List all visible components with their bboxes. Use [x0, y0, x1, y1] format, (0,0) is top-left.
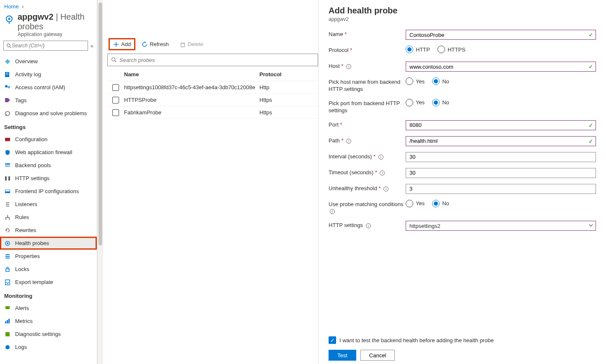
info-icon[interactable]: i [383, 186, 388, 191]
http-settings-select[interactable]: httpsettings2 [406, 221, 596, 231]
svg-marker-11 [5, 98, 10, 102]
nav-alerts[interactable]: Alerts [0, 302, 97, 315]
host-input[interactable] [406, 62, 596, 72]
pick-port-yes-radio[interactable]: Yes [406, 99, 425, 106]
svg-rect-32 [5, 306, 10, 309]
col-protocol[interactable]: Protocol [259, 71, 318, 77]
refresh-button[interactable]: Refresh [138, 39, 172, 49]
properties-icon [4, 253, 11, 260]
info-icon[interactable]: i [380, 170, 385, 176]
nav-configuration[interactable]: Configuration [0, 133, 97, 146]
info-icon[interactable]: i [346, 64, 351, 69]
info-icon[interactable]: i [330, 209, 335, 214]
nav-overview[interactable]: Overview [0, 55, 97, 68]
listeners-icon [4, 201, 11, 208]
row-name: httpsettings1008fd37c-46c5-43ef-ae4a-3db… [124, 84, 259, 90]
nav-activity-log[interactable]: Activity log [0, 68, 97, 81]
check-icon: ✓ [588, 122, 593, 129]
matching-no-radio[interactable]: No [432, 200, 449, 207]
label-matching: Use probe matching conditionsi [329, 200, 406, 215]
search-icon [111, 57, 117, 63]
svg-rect-8 [6, 74, 8, 75]
check-icon: ✓ [588, 31, 593, 38]
nav-rewrites[interactable]: Rewrites [0, 224, 97, 237]
nav-waf[interactable]: Web application firewall [0, 146, 97, 159]
page-header: appgwv2 | Health probes Application gate… [0, 10, 97, 41]
table-row[interactable]: httpsettings1008fd37c-46c5-43ef-ae4a-3db… [107, 81, 318, 94]
svg-rect-34 [7, 320, 8, 323]
svg-rect-20 [5, 190, 10, 191]
page-title: appgwv2 | Health probes [18, 12, 93, 31]
pick-host-yes-radio[interactable]: Yes [406, 77, 425, 85]
info-icon[interactable]: i [366, 223, 371, 228]
nav-diagnostic-settings[interactable]: Diagnostic settings [0, 328, 97, 341]
nav-locks[interactable]: Locks [0, 263, 97, 276]
nav-frontend-ip[interactable]: Frontend IP configurations [0, 185, 97, 198]
add-button[interactable]: Add [110, 39, 134, 49]
nav-iam[interactable]: Access control (IAM) [0, 81, 97, 94]
nav-export-template[interactable]: Export template [0, 276, 97, 289]
test-button[interactable]: Test [329, 350, 356, 361]
svg-point-10 [8, 86, 10, 88]
info-icon[interactable]: i [378, 155, 383, 160]
path-input[interactable] [406, 136, 596, 146]
rules-icon [4, 214, 11, 221]
backend-pools-icon [4, 162, 11, 169]
nav-properties[interactable]: Properties [0, 250, 97, 263]
chevron-down-icon [588, 223, 593, 228]
row-protocol: Http [259, 84, 318, 90]
info-icon[interactable]: i [346, 139, 351, 144]
scrollbar[interactable] [97, 0, 103, 364]
interval-input[interactable] [406, 152, 596, 162]
table-row[interactable]: HTTPSProbeHttps [107, 94, 318, 106]
search-probes-input[interactable] [119, 57, 314, 63]
label-pick-port: Pick port from backend HTTP settings [329, 99, 406, 114]
collapse-nav-button[interactable]: « [91, 43, 93, 49]
pick-port-no-radio[interactable]: No [432, 99, 449, 106]
label-timeout: Timeout (seconds) * i [329, 168, 406, 176]
logs-icon [4, 344, 11, 351]
nav-rules[interactable]: Rules [0, 211, 97, 224]
row-checkbox[interactable] [112, 84, 119, 91]
table-row[interactable]: FabrikamProbeHttps [107, 106, 318, 119]
nav-metrics[interactable]: Metrics [0, 315, 97, 328]
nav-http-settings[interactable]: HTTP settings [0, 172, 97, 185]
pick-host-no-radio[interactable]: No [432, 77, 449, 85]
breadcrumb-home[interactable]: Home [4, 3, 19, 10]
col-name[interactable]: Name [124, 71, 259, 77]
nav-logs[interactable]: Logs [0, 341, 97, 354]
sidebar-nav: Overview Activity log Access control (IA… [0, 55, 97, 364]
nav-search[interactable] [3, 41, 88, 51]
nav-health-probes[interactable]: Health probes [0, 237, 97, 250]
unhealthy-input[interactable] [406, 184, 596, 194]
svg-rect-40 [181, 43, 184, 47]
svg-rect-35 [8, 319, 10, 323]
svg-point-3 [7, 44, 10, 46]
label-name: Name * [329, 30, 406, 38]
page-subtitle: Application gateway [18, 31, 93, 37]
row-checkbox[interactable] [112, 97, 119, 103]
nav-section-monitoring: Monitoring [0, 289, 97, 302]
checkbox-checked-icon: ✓ [329, 336, 336, 344]
protocol-http-radio[interactable]: HTTP [406, 46, 430, 53]
protocol-https-radio[interactable]: HTTPS [438, 46, 466, 53]
cancel-button[interactable]: Cancel [360, 350, 395, 361]
search-probes[interactable] [107, 54, 318, 66]
svg-point-9 [5, 85, 8, 88]
nav-diagnose[interactable]: Diagnose and solve problems [0, 107, 97, 120]
name-input[interactable] [406, 30, 596, 40]
timeout-input[interactable] [406, 168, 596, 178]
matching-yes-radio[interactable]: Yes [406, 200, 425, 207]
nav-tags[interactable]: Tags [0, 94, 97, 107]
test-before-add-checkbox[interactable]: ✓ I want to test the backend health befo… [329, 336, 596, 344]
row-checkbox[interactable] [112, 109, 119, 116]
nav-backend-pools[interactable]: Backend pools [0, 159, 97, 172]
nav-listeners[interactable]: Listeners [0, 198, 97, 211]
label-pick-host: Pick host name from backend HTTP setting… [329, 77, 406, 93]
nav-search-input[interactable] [12, 43, 85, 49]
rewrites-icon [4, 227, 11, 234]
label-http-settings: HTTP settings i [329, 221, 406, 229]
http-settings-icon [4, 175, 11, 182]
port-input[interactable] [406, 120, 596, 130]
locks-icon [4, 266, 11, 273]
